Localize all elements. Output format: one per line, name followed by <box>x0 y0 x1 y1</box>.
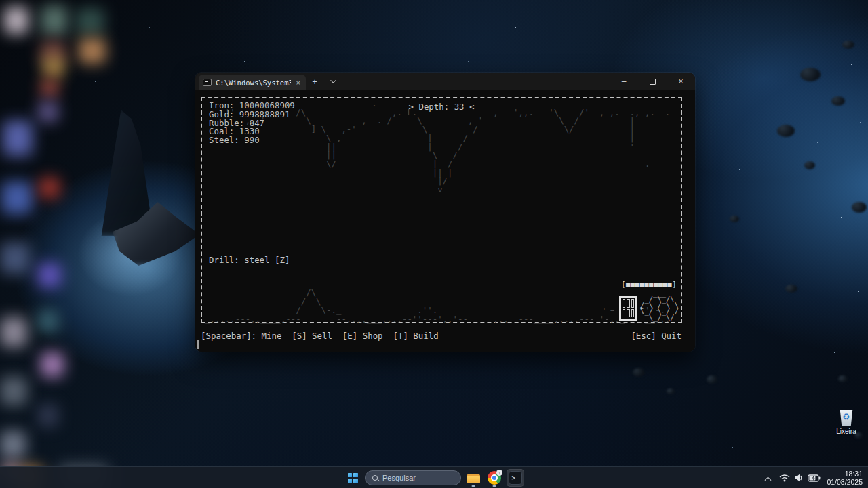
terminal-icon: >_ <box>509 471 522 485</box>
asteroid <box>831 96 845 106</box>
asteroid <box>842 41 854 49</box>
search-input[interactable]: Pesquisar <box>365 470 461 485</box>
asteroid <box>852 202 867 213</box>
taskbar: Pesquisar ↑ >_ <box>0 466 868 488</box>
clock-date: 01/08/2025 <box>827 478 863 486</box>
desktop-icon-blurred <box>41 80 58 96</box>
maximize-button[interactable] <box>638 73 667 90</box>
asteroid <box>804 161 815 169</box>
folder-icon <box>467 473 480 483</box>
resource-stats: Iron: 10000068909 Gold: 9998888891 Rubbl… <box>209 102 295 145</box>
chrome-button[interactable]: ↑ <box>486 469 503 487</box>
close-button[interactable]: × <box>667 73 695 90</box>
chevron-down-icon <box>330 77 336 83</box>
recycle-bin-label: Lixeira <box>830 428 863 435</box>
terminal-window[interactable]: C:\Windows\System32\cmd.e × + – × . ''--… <box>195 73 695 352</box>
desktop-icon-blurred <box>38 404 58 427</box>
asteroid <box>785 285 797 293</box>
desktop-icon-blurred <box>43 57 64 77</box>
recycle-bin[interactable]: ♻ Lixeira <box>830 409 863 435</box>
battery-icon <box>808 474 821 482</box>
system-tray[interactable] <box>779 474 821 482</box>
desktop-icon-blurred <box>0 377 27 405</box>
asteroid <box>777 125 795 137</box>
desktop-icon-blurred <box>3 121 33 156</box>
asteroid <box>633 368 645 377</box>
tab-dropdown-button[interactable] <box>323 73 341 90</box>
search-icon <box>372 475 378 481</box>
stars-decor <box>0 0 1 1</box>
desktop-icon-blurred <box>0 431 26 458</box>
maximize-icon <box>650 79 656 85</box>
asteroid <box>800 68 821 81</box>
terminal-taskbar-button[interactable]: >_ <box>507 469 524 487</box>
tab-title: C:\Windows\System32\cmd.e <box>216 79 291 87</box>
start-button[interactable] <box>344 469 361 487</box>
building-structure <box>619 296 637 321</box>
cmd-icon <box>203 79 212 86</box>
file-explorer-button[interactable] <box>465 469 482 487</box>
windows-logo-icon <box>348 473 358 483</box>
desktop-icon-blurred <box>38 310 58 332</box>
clock[interactable]: 18:31 01/08/2025 <box>827 470 863 486</box>
running-indicator <box>472 485 475 487</box>
action-hints-left: [Spacebar]: Mine [S] Sell [E] Shop [T] B… <box>201 331 439 341</box>
recycle-symbol-icon: ♻ <box>840 413 854 421</box>
drill-status: Drill: steel [Z] <box>209 255 290 265</box>
asteroid <box>838 375 848 382</box>
recycle-bin-icon: ♻ <box>840 409 854 426</box>
volume-icon <box>794 474 804 482</box>
desktop-icon-blurred <box>38 102 58 122</box>
chrome-update-badge: ↑ <box>496 470 502 476</box>
ground-marks: '-= <box>602 308 614 315</box>
desktop-icon-blurred <box>1 182 33 214</box>
asteroid <box>667 388 675 394</box>
desktop-icon-blurred <box>4 7 28 34</box>
desktop-icon-blurred <box>38 263 61 287</box>
game-viewport: . ''--..,_,. /\ _,.-L. ,---',,.---'\ /'-… <box>201 97 682 323</box>
wifi-icon <box>779 474 790 482</box>
running-indicator <box>493 485 496 487</box>
desktop-icon-blurred <box>76 8 104 35</box>
minimize-button[interactable]: – <box>610 73 638 90</box>
terminal-cursor <box>197 340 199 349</box>
desktop-icon-blurred <box>79 38 106 64</box>
search-placeholder: Pesquisar <box>382 474 416 482</box>
desktop-icon-blurred <box>39 178 60 198</box>
tray-overflow-button[interactable] <box>763 473 773 483</box>
terminal-content[interactable]: . ''--..,_,. /\ _,.-L. ,---',,.---'\ /'-… <box>195 90 695 352</box>
desktop-icon-blurred <box>0 317 27 347</box>
hex-structure-ascii: ___ _/ \_/\ / \ / \ \ \_/ \_/ / \_/ \/ <box>640 290 679 321</box>
clock-time: 18:31 <box>827 470 863 478</box>
progress-bar: [■■■■■■■■■■] <box>621 280 677 288</box>
desktop-icon-blurred <box>0 243 30 274</box>
window-titlebar[interactable]: C:\Windows\System32\cmd.e × + – × <box>195 73 695 90</box>
new-tab-button[interactable]: + <box>306 73 323 90</box>
action-hints-right: [Esc] Quit <box>631 331 682 341</box>
chevron-up-icon <box>765 476 772 483</box>
terminal-tab[interactable]: C:\Windows\System32\cmd.e × <box>199 75 306 90</box>
action-hints: [Spacebar]: Mine [S] Sell [E] Shop [T] B… <box>201 331 682 341</box>
desktop-icon-blurred <box>41 352 64 377</box>
tab-close-icon[interactable]: × <box>295 79 302 87</box>
desktop-icon-blurred <box>41 5 68 35</box>
chrome-icon: ↑ <box>488 471 501 485</box>
depth-indicator: > Depth: 33 < <box>409 102 475 112</box>
asteroid <box>707 375 717 384</box>
asteroid <box>730 216 739 222</box>
